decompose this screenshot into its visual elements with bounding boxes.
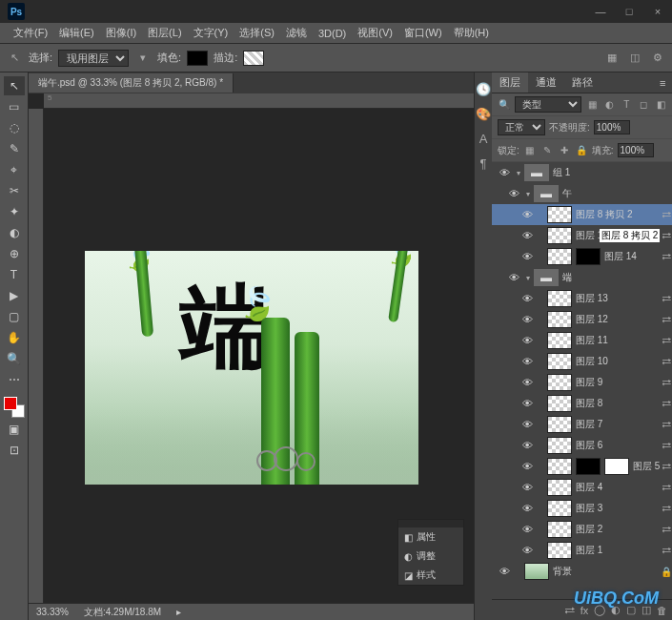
layer-name[interactable]: 图层 2 xyxy=(576,523,660,536)
expand-toggle-icon[interactable]: ▾ xyxy=(513,169,524,177)
layer-thumbnail[interactable] xyxy=(547,374,572,391)
layer-thumbnail[interactable] xyxy=(547,206,572,223)
layer-thumbnail[interactable] xyxy=(547,542,572,559)
layers-tab[interactable]: 图层 xyxy=(492,72,528,93)
marquee-tool[interactable]: ▭ xyxy=(4,97,25,116)
layer-item[interactable]: 👁图层 13⮂ xyxy=(492,288,672,309)
layer-rename-input[interactable]: 图层 8 拷贝 2 xyxy=(600,229,660,242)
visibility-toggle-icon[interactable]: 👁 xyxy=(519,524,536,535)
quickmask-tool[interactable]: ▣ xyxy=(4,420,25,439)
tool-preset-icon[interactable]: ↖ xyxy=(6,50,23,67)
link-icon[interactable]: ⮂ xyxy=(660,420,672,430)
crop-tool[interactable]: ⌖ xyxy=(4,160,25,179)
link-icon[interactable]: ⮂ xyxy=(660,315,672,325)
lasso-tool[interactable]: ◌ xyxy=(4,118,25,137)
layer-thumbnail[interactable] xyxy=(524,563,549,580)
visibility-toggle-icon[interactable]: 👁 xyxy=(505,272,522,283)
arrange-icon[interactable]: ◫ xyxy=(626,50,643,67)
layer-thumbnail[interactable] xyxy=(547,227,572,244)
properties-panel-button[interactable]: ◧属性 xyxy=(398,527,463,547)
layer-name[interactable]: 图层 7 xyxy=(576,418,660,431)
visibility-toggle-icon[interactable]: 👁 xyxy=(519,251,536,262)
link-icon[interactable]: ⮂ xyxy=(660,294,672,304)
screenmode-tool[interactable]: ⊡ xyxy=(4,441,25,460)
opacity-input[interactable] xyxy=(594,120,630,134)
visibility-toggle-icon[interactable]: 👁 xyxy=(519,461,536,472)
menu-type[interactable]: 文字(Y) xyxy=(188,26,234,40)
filter-adjust-icon[interactable]: ◐ xyxy=(602,99,616,110)
layer-group[interactable]: 👁▾▬组 1 xyxy=(492,162,672,183)
visibility-toggle-icon[interactable]: 👁 xyxy=(496,566,513,577)
layer-name[interactable]: 图层 12 xyxy=(576,313,660,326)
layer-item[interactable]: 👁图层 15图层 8 拷贝 2⮂ xyxy=(492,225,672,246)
zoom-tool[interactable]: 🔍 xyxy=(4,349,25,368)
gradient-tool[interactable]: ⊕ xyxy=(4,244,25,263)
styles-panel-button[interactable]: ◪样式 xyxy=(398,566,463,585)
clone-tool[interactable]: ◐ xyxy=(4,223,25,242)
menu-image[interactable]: 图像(I) xyxy=(100,26,142,40)
panel-menu-icon[interactable]: ≡ xyxy=(652,74,672,92)
link-icon[interactable]: ⮂ xyxy=(660,441,672,451)
lock-pixels-icon[interactable]: ✎ xyxy=(540,145,554,155)
new-group-icon[interactable]: ▢ xyxy=(626,604,636,616)
canvas[interactable]: 🍃 🍃 端 🍃 xyxy=(85,251,418,485)
link-icon[interactable]: ⮂ xyxy=(660,483,672,493)
layer-thumbnail[interactable] xyxy=(547,500,572,517)
fill-opacity-input[interactable] xyxy=(618,143,654,157)
visibility-toggle-icon[interactable]: 👁 xyxy=(519,482,536,493)
layer-item[interactable]: 👁图层 3⮂ xyxy=(492,498,672,519)
menu-edit[interactable]: 编辑(E) xyxy=(53,26,100,40)
visibility-toggle-icon[interactable]: 👁 xyxy=(519,419,536,430)
link-icon[interactable]: ⮂ xyxy=(660,504,672,514)
menu-window[interactable]: 窗口(W) xyxy=(398,26,448,40)
layer-item[interactable]: 👁图层 8 拷贝 2⮂ xyxy=(492,204,672,225)
visibility-toggle-icon[interactable]: 👁 xyxy=(519,356,536,367)
path-tool[interactable]: ▶ xyxy=(4,286,25,305)
link-icon[interactable]: ⮂ xyxy=(660,525,672,535)
fill-swatch[interactable] xyxy=(187,51,208,66)
layer-group[interactable]: 👁▾▬端 xyxy=(492,267,672,288)
visibility-toggle-icon[interactable]: 👁 xyxy=(519,398,536,409)
new-layer-icon[interactable]: ◫ xyxy=(641,604,651,616)
link-icon[interactable]: ⮂ xyxy=(660,252,672,262)
layer-item[interactable]: 👁图层 11⮂ xyxy=(492,330,672,351)
menu-select[interactable]: 选择(S) xyxy=(234,26,280,40)
minimize-button[interactable]: — xyxy=(586,0,615,23)
blend-mode-dropdown[interactable]: 正常 xyxy=(498,119,545,135)
filter-type-icon[interactable]: T xyxy=(620,99,633,110)
layer-name[interactable]: 图层 9 xyxy=(576,376,660,389)
link-icon[interactable]: ⮂ xyxy=(660,462,672,472)
layer-item[interactable]: 👁图层 14⮂ xyxy=(492,246,672,267)
link-icon[interactable]: ⮂ xyxy=(660,378,672,388)
layer-name[interactable]: 图层 14 xyxy=(604,250,660,263)
edit-toolbar[interactable]: ⋯ xyxy=(4,370,25,389)
layer-mask-icon[interactable]: ◯ xyxy=(594,604,605,616)
layers-list[interactable]: 👁▾▬组 1👁▾▬午👁图层 8 拷贝 2⮂👁图层 15图层 8 拷贝 2⮂👁图层… xyxy=(492,162,672,599)
zoom-level[interactable]: 33.33% xyxy=(36,607,69,617)
layer-item[interactable]: 👁图层 12⮂ xyxy=(492,309,672,330)
layer-thumbnail[interactable] xyxy=(547,479,572,496)
layer-item[interactable]: 👁图层 9⮂ xyxy=(492,372,672,393)
close-button[interactable]: × xyxy=(643,0,672,23)
visibility-toggle-icon[interactable]: 👁 xyxy=(519,440,536,451)
select-target-dropdown[interactable]: 现用图层 xyxy=(58,50,129,67)
layer-kind-dropdown[interactable]: 类型 xyxy=(515,96,581,113)
paths-tab[interactable]: 路径 xyxy=(564,72,601,93)
layer-group[interactable]: 👁▾▬午 xyxy=(492,183,672,204)
filter-icon[interactable]: 🔍 xyxy=(498,99,511,110)
expand-toggle-icon[interactable]: ▾ xyxy=(522,274,534,282)
more-options-icon[interactable]: ⚙ xyxy=(649,50,666,67)
layer-thumbnail[interactable] xyxy=(547,353,572,370)
visibility-toggle-icon[interactable]: 👁 xyxy=(505,188,522,199)
lock-all-icon[interactable]: 🔒 xyxy=(575,145,588,155)
menu-3d[interactable]: 3D(D) xyxy=(313,28,352,39)
foreground-color-swatch[interactable] xyxy=(4,397,17,410)
layer-name[interactable]: 图层 4 xyxy=(576,481,660,494)
layer-item[interactable]: 👁图层 6⮂ xyxy=(492,435,672,456)
type-tool[interactable]: T xyxy=(4,265,25,284)
layer-thumbnail[interactable] xyxy=(547,332,572,349)
layer-fx-icon[interactable]: fx xyxy=(580,605,589,616)
layer-name[interactable]: 背景 xyxy=(553,565,660,578)
link-layers-icon[interactable]: ⮂ xyxy=(564,605,575,616)
layer-name[interactable]: 端 xyxy=(562,271,672,284)
